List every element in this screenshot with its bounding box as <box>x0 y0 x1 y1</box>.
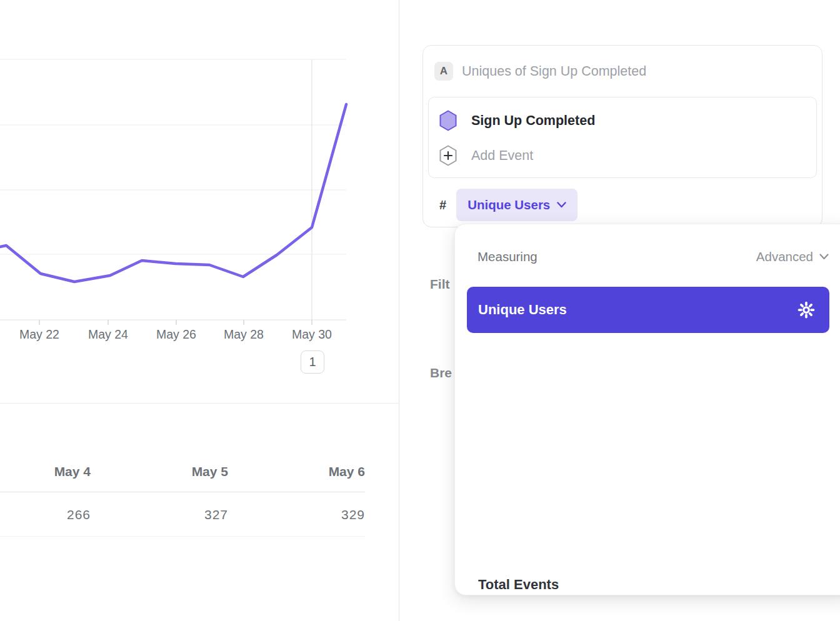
series-letter-badge: A <box>434 62 453 81</box>
breakdown-section-label: Bre <box>430 365 452 380</box>
metric-card: A Uniques of Sign Up Completed Sign Up C… <box>422 45 822 227</box>
table-header-row: May 4 May 5 May 6 <box>0 404 365 492</box>
column-header: May 6 <box>228 404 365 492</box>
event-row-sign-up-completed[interactable]: Sign Up Completed <box>429 103 816 138</box>
x-tick-label: May 24 <box>88 327 128 342</box>
add-event-button[interactable]: Add Event <box>429 138 816 173</box>
column-header: May 5 <box>91 404 228 492</box>
menu-header: Measuring Advanced <box>478 248 829 266</box>
measurement-dropdown-button[interactable]: Unique Users <box>456 189 578 221</box>
line-chart <box>0 0 399 375</box>
chevron-down-icon <box>819 254 829 260</box>
advanced-mode-label: Advanced <box>756 249 813 264</box>
table-cell: 327 <box>91 493 228 536</box>
chart-line-series <box>0 104 346 282</box>
filter-section-label: Filt <box>430 277 450 292</box>
x-tick-label: May 28 <box>224 327 264 342</box>
event-name: Sign Up Completed <box>471 113 595 129</box>
measurement-dropdown-label: Unique Users <box>468 197 550 212</box>
column-header: May 4 <box>0 404 91 492</box>
event-hexagon-icon <box>439 110 458 131</box>
event-box: Sign Up Completed Add Event <box>428 97 817 178</box>
table-row: 266 327 329 <box>0 493 365 537</box>
measuring-label: Measuring <box>478 249 538 264</box>
pagination-page-button[interactable]: 1 <box>301 350 324 374</box>
metric-title: Uniques of Sign Up Completed <box>462 64 646 79</box>
x-tick-label: May 26 <box>156 327 196 342</box>
table-cell: 266 <box>0 493 91 536</box>
menu-item-total-events[interactable]: Total Events <box>455 560 840 610</box>
menu-item-total-sessions[interactable]: Total Sessions <box>455 610 840 621</box>
x-axis: May 22 May 24 May 26 May 28 May 30 <box>0 327 399 346</box>
metric-card-header: A Uniques of Sign Up Completed <box>434 62 646 81</box>
measuring-dropdown-menu: Measuring Advanced Unique Users To <box>454 224 840 595</box>
menu-item-unique-users[interactable]: Unique Users <box>467 287 829 333</box>
advanced-mode-selector[interactable]: Advanced <box>756 249 829 264</box>
table-cell: 329 <box>228 493 365 536</box>
add-event-label: Add Event <box>471 148 533 164</box>
x-tick-label: May 22 <box>19 327 59 342</box>
add-event-hexagon-icon <box>439 145 458 166</box>
x-tick-label: May 30 <box>292 327 332 342</box>
hash-symbol: # <box>439 198 446 212</box>
chart-panel: May 22 May 24 May 26 May 28 May 30 1 May… <box>0 0 399 621</box>
menu-item-label: Unique Users <box>478 302 567 318</box>
menu-item-label: Total Events <box>478 577 559 593</box>
gear-icon[interactable] <box>797 301 816 319</box>
measure-row: # Unique Users <box>439 189 578 221</box>
chevron-down-icon <box>557 202 566 208</box>
